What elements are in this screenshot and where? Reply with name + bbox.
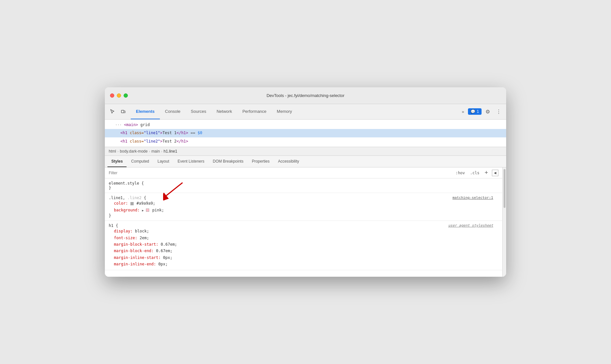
tab-styles[interactable]: Styles <box>107 156 127 167</box>
tab-console[interactable]: Console <box>160 104 186 119</box>
tab-layout[interactable]: Layout <box>154 156 173 167</box>
dom-line-main[interactable]: ··· <main> grid <box>105 121 506 129</box>
scrollbar-thumb[interactable] <box>504 169 505 208</box>
devtools-window: DevTools - jec.fyi/demo/matching-selecto… <box>105 87 506 277</box>
tab-properties[interactable]: Properties <box>248 156 273 167</box>
titlebar: DevTools - jec.fyi/demo/matching-selecto… <box>105 87 506 104</box>
prop-background: background: ▶ pink; <box>109 207 498 213</box>
user-agent-source: user agent stylesheet <box>448 223 493 228</box>
expand-background-icon[interactable]: ▶ <box>142 209 144 212</box>
main-content: :hov .cls + ◀ element.style { <box>105 167 506 277</box>
prop-margin-block-start: margin-block-start: 0.67em; <box>109 241 498 248</box>
feedback-badge[interactable]: 💬 1 <box>468 108 482 115</box>
svg-rect-0 <box>121 110 124 113</box>
close-button[interactable] <box>110 93 114 98</box>
element-style-selector: element.style { <box>109 181 498 186</box>
toolbar-icons <box>107 107 128 116</box>
tab-accessibility[interactable]: Accessibility <box>274 156 303 167</box>
prop-color: color: #a9a9a9; <box>109 200 498 207</box>
h1-rule: h1 { user agent stylesheet display: bloc… <box>105 221 502 270</box>
line1-line2-close: } <box>109 213 498 218</box>
toggle-panel-button[interactable]: ◀ <box>492 170 498 176</box>
more-tabs-button[interactable]: » <box>459 108 467 115</box>
message-icon: 💬 <box>471 109 475 114</box>
maximize-button[interactable] <box>124 93 128 98</box>
more-options-icon[interactable]: ⋮ <box>494 107 504 116</box>
element-style-rule: element.style { } <box>105 178 502 193</box>
toolbar-right: » 💬 1 ⚙ ⋮ <box>459 107 504 116</box>
dom-line-h1-line1[interactable]: <h1 class="line1">Test 1</h1> == $0 <box>105 129 506 137</box>
window-title: DevTools - jec.fyi/demo/matching-selecto… <box>267 93 345 98</box>
cls-button[interactable]: .cls <box>469 170 481 176</box>
minimize-button[interactable] <box>117 93 121 98</box>
breadcrumb-html[interactable]: html <box>109 149 116 154</box>
tab-dom-breakpoints[interactable]: DOM Breakpoints <box>209 156 247 167</box>
filter-actions: :hov .cls + ◀ <box>454 169 498 176</box>
settings-icon[interactable]: ⚙ <box>483 107 493 116</box>
color-swatch-a9[interactable] <box>130 202 134 205</box>
filter-bar: :hov .cls + ◀ <box>105 167 502 178</box>
tab-elements[interactable]: Elements <box>131 104 160 119</box>
rule-source-matching[interactable]: matching-selector:1 <box>452 196 493 200</box>
dom-ellipsis: ··· <box>115 123 122 127</box>
breadcrumb-body[interactable]: body.dark-mode <box>120 149 148 154</box>
dom-line-h1-line2[interactable]: <h1 class="line2">Test 2</h1> <box>105 137 506 146</box>
add-rule-button[interactable]: + <box>484 169 488 176</box>
line1-line2-rule: .line1, .line2 { matching-selector:1 col… <box>105 193 502 221</box>
traffic-lights <box>110 93 128 98</box>
breadcrumb-h1[interactable]: h1.line1 <box>164 149 177 154</box>
prop-margin-inline-end: margin-inline-end: 0px; <box>109 261 498 267</box>
line1-line2-selector: .line1, .line2 { <box>109 196 498 200</box>
filter-input[interactable] <box>109 171 454 175</box>
styles-panel: :hov .cls + ◀ element.style { <box>105 167 502 277</box>
tab-performance[interactable]: Performance <box>237 104 272 119</box>
prop-font-size: font-size: 2em; <box>109 235 498 241</box>
breadcrumb: html › body.dark-mode › main › h1.line1 <box>105 147 506 156</box>
prop-margin-block-end: margin-block-end: 0.67em; <box>109 248 498 254</box>
tab-sources[interactable]: Sources <box>186 104 212 119</box>
tab-computed[interactable]: Computed <box>127 156 153 167</box>
h1-selector: h1 { <box>109 223 498 228</box>
tab-network[interactable]: Network <box>211 104 237 119</box>
prop-display: display: block; <box>109 228 498 234</box>
breadcrumb-main[interactable]: main <box>151 149 160 154</box>
styles-tabs: Styles Computed Layout Event Listeners D… <box>105 156 506 167</box>
tab-event-listeners[interactable]: Event Listeners <box>174 156 208 167</box>
color-swatch-pink[interactable] <box>146 209 149 212</box>
badge-count: 1 <box>477 109 479 114</box>
styles-content: element.style { } <box>105 178 502 277</box>
prop-margin-inline-start: margin-inline-start: 0px; <box>109 254 498 261</box>
scrollbar[interactable] <box>502 167 506 277</box>
inspect-icon[interactable] <box>107 107 117 116</box>
element-style-close: } <box>109 186 498 190</box>
hov-button[interactable]: :hov <box>454 170 466 176</box>
dom-panel: ··· <main> grid <h1 class="line1">Test 1… <box>105 120 506 147</box>
device-toggle-icon[interactable] <box>118 107 128 116</box>
main-tabs: Elements Console Sources Network Perform… <box>131 104 459 119</box>
tab-memory[interactable]: Memory <box>272 104 297 119</box>
main-toolbar: Elements Console Sources Network Perform… <box>105 104 506 120</box>
